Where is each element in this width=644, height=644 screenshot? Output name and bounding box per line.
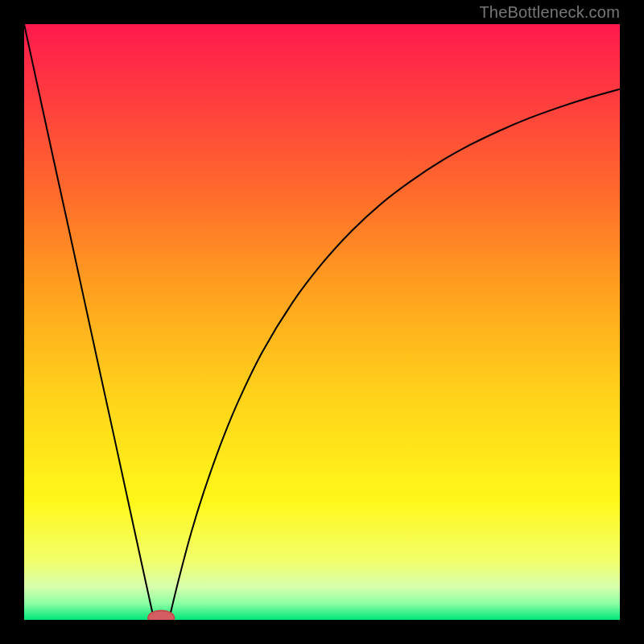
optimal-marker [148,610,175,620]
chart-frame: TheBottleneck.com [0,0,644,644]
plot-area [24,24,620,620]
plot-svg [24,24,620,620]
gradient-background [24,24,620,620]
watermark-text: TheBottleneck.com [479,3,620,22]
